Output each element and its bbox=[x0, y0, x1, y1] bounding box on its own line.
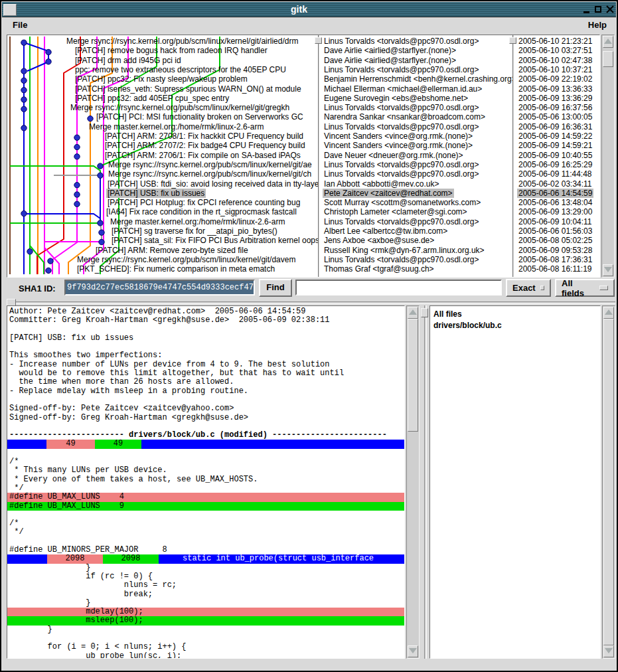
commit-date[interactable]: 2005-06-09 14:59:22 bbox=[514, 131, 599, 141]
minimize-button[interactable] bbox=[580, 2, 592, 17]
commit-subject[interactable]: Merge rsync://rsync.kernel.org/pub/scm/l… bbox=[7, 169, 318, 179]
commit-author[interactable]: Michael Ellerman <michael@ellerman.id.au… bbox=[320, 84, 512, 94]
vertical-sash[interactable] bbox=[424, 305, 427, 659]
column-sash-1-handle[interactable] bbox=[315, 37, 322, 44]
titlebar[interactable]: gitk bbox=[2, 2, 616, 17]
maximize-button[interactable] bbox=[592, 2, 604, 17]
commit-subject[interactable]: Merge master.kernel.org:/home/rmk/linux-… bbox=[7, 217, 318, 226]
commit-date[interactable]: 2005-06-09 16:25:29 bbox=[514, 160, 599, 169]
commit-subject[interactable]: Merge master.kernel.org:/home/rmk/linux-… bbox=[7, 122, 318, 131]
commit-author[interactable]: Narendra Sankar <nsankar@broadcom.com> bbox=[320, 112, 512, 122]
commit-date[interactable]: 2005-06-09 16:36:31 bbox=[514, 122, 599, 131]
commit-subject[interactable]: [PATCH] PCI: MSI functionality broken on… bbox=[7, 112, 318, 122]
commit-subject[interactable]: [PATCH] PCI Hotplug: fix CPCI reference … bbox=[7, 198, 318, 207]
commit-subject[interactable]: [PKT_SCHED]: Fix numeric comparison in m… bbox=[7, 264, 318, 274]
file-list-item[interactable]: All files bbox=[433, 309, 600, 320]
commit-author[interactable]: Vincent Sanders <vince@org.rmk.(none)> bbox=[320, 131, 512, 141]
commit-date[interactable]: 2005-06-10 21:23:21 bbox=[514, 37, 599, 46]
commit-subject[interactable]: [PATCH] ARM: Remove zero-byte sized file bbox=[7, 246, 318, 255]
commit-date[interactable]: 2005-06-10 02:47:38 bbox=[514, 56, 599, 65]
file-list-pane[interactable]: All filesdrivers/block/ub.c bbox=[429, 305, 601, 659]
commit-subject[interactable]: [IA64] Fix race condition in the rt_sigp… bbox=[7, 207, 318, 216]
commit-subject[interactable]: [PATCH] iseries_veth: Supress spurious W… bbox=[7, 84, 318, 94]
commit-date[interactable]: 2005-05-06 13:00:05 bbox=[514, 112, 599, 122]
commit-subject[interactable]: [PATCH] sata_sil: Fix FIFO PCI Bus Arbit… bbox=[7, 236, 318, 245]
commit-date[interactable]: 2005-06-08 05:02:25 bbox=[514, 236, 599, 245]
commit-author[interactable]: Pete Zaitcev <zaitcev@redhat.com> bbox=[320, 189, 512, 198]
menu-help[interactable]: Help bbox=[588, 20, 607, 30]
window-menu-button[interactable] bbox=[3, 4, 17, 16]
commit-subject[interactable]: [PATCH] ARM: 2706/1: Fix compile on SA-b… bbox=[7, 151, 318, 160]
commit-author[interactable]: Dave Neuer <dneuer@org.rmk.(none)> bbox=[320, 151, 512, 160]
scroll-down-arrow[interactable] bbox=[408, 645, 418, 657]
commit-list-scrollbar[interactable] bbox=[601, 35, 615, 278]
commit-author[interactable]: Ian Abbott <abbotti@mev.co.uk> bbox=[320, 179, 512, 189]
commit-subject[interactable]: Merge rsync://rsync.kernel.org/pub/scm/l… bbox=[7, 103, 318, 112]
commit-author[interactable]: Christoph Lameter <clameter@sgi.com> bbox=[320, 207, 512, 216]
commit-date[interactable]: 2005-06-09 11:44:48 bbox=[514, 169, 599, 179]
commit-author[interactable]: Linus Torvalds <torvalds@ppc970.osdl.org… bbox=[320, 37, 512, 46]
scrollbar-thumb[interactable] bbox=[408, 319, 418, 432]
sha1-entry[interactable]: 9f793d2c77ec5818679e4747c554d9333cecf476 bbox=[64, 280, 255, 295]
commit-date[interactable]: 2005-06-09 13:36:33 bbox=[514, 84, 599, 94]
commit-date[interactable]: 2005-06-10 10:37:21 bbox=[514, 65, 599, 74]
commit-list[interactable]: Merge rsync://rsync.kernel.org/pub/scm/l… bbox=[7, 35, 600, 278]
commit-author[interactable]: Benjamin Herrenschmidt <benh@kernel.cras… bbox=[320, 74, 512, 84]
commit-date[interactable]: 2005-06-06 13:48:04 bbox=[514, 198, 599, 207]
search-entry[interactable] bbox=[295, 280, 502, 295]
commit-date[interactable]: 2005-06-09 14:59:21 bbox=[514, 141, 599, 150]
scrollbar-thumb[interactable] bbox=[603, 51, 613, 67]
scrollbar-thumb[interactable] bbox=[603, 319, 614, 645]
diff-pane[interactable]: Author: Pete Zaitcev <zaitcev@redhat.com… bbox=[7, 305, 405, 659]
horizontal-sash[interactable] bbox=[16, 301, 615, 304]
menu-file[interactable]: File bbox=[13, 20, 27, 30]
scroll-down-arrow[interactable] bbox=[603, 645, 614, 657]
close-button[interactable] bbox=[604, 2, 616, 17]
match-type-dropdown[interactable]: Exact bbox=[506, 279, 551, 297]
commit-subject[interactable]: [PATCH] drm add i945G pci id bbox=[7, 56, 318, 65]
commit-author[interactable]: Linus Torvalds <torvalds@ppc970.osdl.org… bbox=[320, 122, 512, 131]
commit-author[interactable]: Scott Murray <scottm@somanetworks.com> bbox=[320, 198, 512, 207]
commit-author[interactable]: Eugene Surovegin <ebs@ebshome.net> bbox=[320, 94, 512, 103]
commit-author[interactable]: Linus Torvalds <torvalds@ppc970.osdl.org… bbox=[320, 160, 512, 169]
search-fields-dropdown[interactable]: All fields bbox=[555, 279, 615, 297]
commit-subject[interactable]: ppc: remove two extraneous descriptors f… bbox=[7, 65, 318, 74]
find-button[interactable]: Find bbox=[259, 279, 292, 297]
commit-author[interactable]: Dave Airlie <airlied@starflyer.(none)> bbox=[320, 46, 512, 55]
commit-date[interactable]: 2005-06-09 10:04:11 bbox=[514, 217, 599, 226]
diff-scrollbar[interactable] bbox=[406, 305, 420, 659]
commit-subject[interactable]: [PATCH] ppc32: add 405EP cpu_spec entry bbox=[7, 94, 318, 103]
commit-author[interactable]: Linus Torvalds <torvalds@ppc970.osdl.org… bbox=[320, 255, 512, 264]
commit-date[interactable]: 2005-06-09 22:19:02 bbox=[514, 74, 599, 84]
file-list-item[interactable]: drivers/block/ub.c bbox=[433, 320, 600, 331]
commit-date[interactable]: 2005-06-08 17:36:31 bbox=[514, 255, 599, 264]
scroll-down-arrow[interactable] bbox=[603, 264, 613, 276]
file-list-scrollbar[interactable] bbox=[602, 305, 615, 659]
commit-subject[interactable]: [PATCH] sg traverse fix for __atapi_pio_… bbox=[7, 226, 318, 236]
commit-date[interactable]: 2005-06-08 16:11:19 bbox=[514, 264, 599, 274]
commit-subject[interactable]: Merge rsync://rsync.kernel.org/pub/scm/l… bbox=[7, 37, 318, 46]
commit-date[interactable]: 2005-06-06 01:56:03 bbox=[514, 226, 599, 236]
scroll-up-arrow[interactable] bbox=[408, 307, 418, 319]
commit-author[interactable]: Linus Torvalds <torvalds@ppc970.osdl.org… bbox=[320, 103, 512, 112]
commit-author[interactable]: Jens Axboe <axboe@suse.de> bbox=[320, 236, 512, 245]
commit-subject[interactable]: [PATCH] ARM: 2707/2: Fix badge4 CPU Freq… bbox=[7, 141, 318, 150]
commit-date[interactable]: 2005-06-09 10:40:55 bbox=[514, 151, 599, 160]
scroll-up-arrow[interactable] bbox=[603, 307, 614, 319]
commit-date[interactable]: 2005-06-10 03:27:51 bbox=[514, 46, 599, 55]
column-sash-2-handle[interactable] bbox=[509, 37, 516, 44]
commit-subject[interactable]: [PATCH] ARM: 2708/1: Fix hackkit CPU Fre… bbox=[7, 131, 318, 141]
commit-date[interactable]: 2005-06-02 03:34:11 bbox=[514, 179, 599, 189]
commit-author[interactable]: Russell King <rmk@dyn-67.arm.linux.org.u… bbox=[320, 246, 512, 255]
commit-subject[interactable]: Merge rsync://rsync.kernel.org/pub/scm/l… bbox=[7, 160, 318, 169]
commit-author[interactable]: Linus Torvalds <torvalds@ppc970.osdl.org… bbox=[320, 65, 512, 74]
commit-subject[interactable]: [PATCH] remove bogus hack from radeon IR… bbox=[7, 46, 318, 55]
commit-date[interactable]: 2005-06-09 13:36:29 bbox=[514, 94, 599, 103]
commit-author[interactable]: Linus Torvalds <torvalds@ppc970.osdl.org… bbox=[320, 169, 512, 179]
commit-subject[interactable]: Merge rsync://rsync.kernel.org/pub/scm/l… bbox=[7, 255, 318, 264]
commit-subject[interactable]: [PATCH] USB: fix ub issues bbox=[7, 189, 318, 198]
commit-author[interactable]: Linus Torvalds <torvalds@ppc970.osdl.org… bbox=[320, 217, 512, 226]
commit-author[interactable]: Dave Airlie <airlied@starflyer.(none)> bbox=[320, 56, 512, 65]
scroll-up-arrow[interactable] bbox=[603, 36, 613, 48]
commit-author[interactable]: Albert Lee <albertcc@tw.ibm.com> bbox=[320, 226, 512, 236]
